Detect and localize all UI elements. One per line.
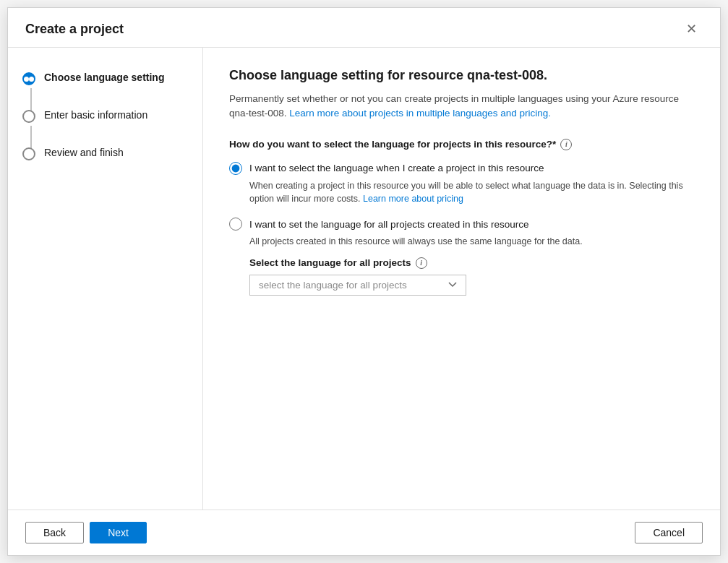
language-select-wrapper: select the language for all projects Eng… (249, 275, 466, 296)
step-circle-1 (22, 72, 35, 85)
cancel-button[interactable]: Cancel (635, 522, 703, 543)
description: Permanently set whether or not you can c… (229, 92, 694, 121)
question-label: How do you want to select the language f… (229, 139, 694, 150)
radio-input-2[interactable] (229, 218, 242, 231)
section-title: Choose language setting for resource qna… (229, 68, 694, 83)
main-content: Choose language setting for resource qna… (203, 48, 720, 510)
language-info-icon: i (416, 257, 427, 269)
language-select[interactable]: select the language for all projects Eng… (249, 275, 466, 296)
language-label-text: Select the language for all projects (249, 257, 411, 268)
question-text: How do you want to select the language f… (229, 139, 556, 150)
radio-input-1[interactable] (229, 162, 242, 175)
step-circle-3 (22, 147, 35, 160)
step-label-2: Enter basic information (44, 108, 147, 121)
radio-row-2[interactable]: I want to set the language for all proje… (229, 218, 694, 231)
close-button[interactable]: ✕ (680, 20, 703, 38)
language-select-label: Select the language for all projects i (249, 257, 694, 269)
radio-option-2: I want to set the language for all proje… (229, 218, 694, 296)
radio-row-1[interactable]: I want to select the language when I cre… (229, 162, 694, 175)
step-choose-language[interactable]: Choose language setting (8, 65, 202, 91)
footer-left: Back Next (25, 522, 147, 543)
back-button[interactable]: Back (25, 522, 84, 543)
step-label-1: Choose language setting (44, 71, 164, 83)
create-project-dialog: Create a project ✕ Choose language setti… (7, 7, 721, 556)
radio-option-1: I want to select the language when I cre… (229, 162, 694, 207)
dialog-body: Choose language setting Enter basic info… (8, 48, 720, 510)
dialog-title: Create a project (25, 22, 124, 37)
language-section: Select the language for all projects i s… (249, 257, 694, 296)
description-link[interactable]: Learn more about projects in multiple la… (289, 108, 551, 119)
radio-description-1: When creating a project in this resource… (249, 179, 694, 207)
radio-label-2: I want to set the language for all proje… (249, 219, 528, 230)
step-enter-basic-info[interactable]: Enter basic information (8, 103, 202, 129)
step-label-3: Review and finish (44, 146, 124, 158)
step-review-finish[interactable]: Review and finish (8, 140, 202, 166)
next-button[interactable]: Next (90, 522, 147, 543)
dialog-footer: Back Next Cancel (8, 510, 720, 555)
radio-label-1: I want to select the language when I cre… (249, 163, 544, 173)
info-icon: i (560, 139, 572, 150)
radio-description-text-1: When creating a project in this resource… (249, 181, 683, 205)
dialog-header: Create a project ✕ (8, 8, 720, 48)
sidebar: Choose language setting Enter basic info… (8, 48, 203, 510)
radio-description-2: All projects created in this resource wi… (249, 235, 694, 249)
step-circle-2 (22, 110, 35, 123)
radio-description-link-1[interactable]: Learn more about pricing (363, 194, 463, 204)
